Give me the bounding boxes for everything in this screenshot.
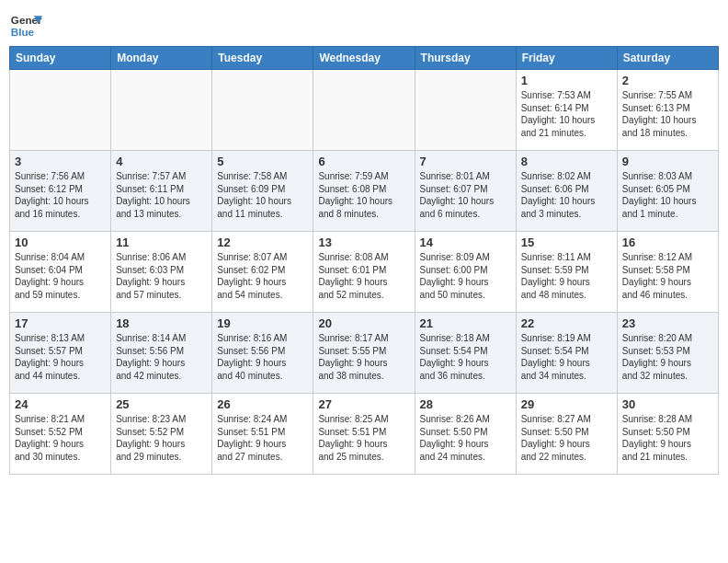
calendar-cell: 6Sunrise: 7:59 AM Sunset: 6:08 PM Daylig… [313,151,415,232]
day-info: Sunrise: 8:18 AM Sunset: 5:54 PM Dayligh… [420,332,511,382]
day-number: 12 [217,236,308,249]
day-number: 3 [15,155,106,168]
day-number: 2 [622,74,713,87]
day-number: 7 [420,155,511,168]
calendar-cell [111,70,212,151]
day-number: 8 [521,155,612,168]
calendar-cell: 5Sunrise: 7:58 AM Sunset: 6:09 PM Daylig… [212,151,313,232]
day-info: Sunrise: 8:11 AM Sunset: 5:59 PM Dayligh… [521,251,612,301]
day-info: Sunrise: 8:16 AM Sunset: 5:56 PM Dayligh… [217,332,308,382]
day-number: 29 [521,397,612,411]
day-info: Sunrise: 7:57 AM Sunset: 6:11 PM Dayligh… [116,170,207,220]
calendar-cell [415,70,516,151]
day-number: 16 [622,236,713,249]
day-number: 23 [622,316,713,330]
day-number: 14 [420,236,511,249]
day-number: 22 [521,316,612,330]
day-number: 19 [217,316,308,330]
calendar-cell [10,70,111,151]
day-number: 20 [318,316,409,330]
calendar-cell: 9Sunrise: 8:03 AM Sunset: 6:05 PM Daylig… [617,151,718,232]
calendar-cell: 26Sunrise: 8:24 AM Sunset: 5:51 PM Dayli… [212,394,313,475]
calendar-cell [212,70,313,151]
day-info: Sunrise: 7:53 AM Sunset: 6:14 PM Dayligh… [521,89,612,139]
calendar-cell: 20Sunrise: 8:17 AM Sunset: 5:55 PM Dayli… [313,313,415,394]
day-info: Sunrise: 8:02 AM Sunset: 6:06 PM Dayligh… [521,170,612,220]
weekday-header-tuesday: Tuesday [212,47,313,70]
weekday-header-thursday: Thursday [415,47,516,70]
day-number: 13 [318,236,409,249]
day-number: 26 [217,397,308,411]
calendar-header-row: SundayMondayTuesdayWednesdayThursdayFrid… [10,47,719,70]
day-info: Sunrise: 8:01 AM Sunset: 6:07 PM Dayligh… [420,170,511,220]
day-number: 28 [420,397,511,411]
day-info: Sunrise: 8:07 AM Sunset: 6:02 PM Dayligh… [217,251,308,301]
calendar-week-row: 17Sunrise: 8:13 AM Sunset: 5:57 PM Dayli… [10,313,719,394]
day-info: Sunrise: 8:17 AM Sunset: 5:55 PM Dayligh… [318,332,409,382]
day-info: Sunrise: 8:12 AM Sunset: 5:58 PM Dayligh… [622,251,713,301]
weekday-header-saturday: Saturday [617,47,718,70]
day-number: 1 [521,74,612,87]
calendar-cell: 19Sunrise: 8:16 AM Sunset: 5:56 PM Dayli… [212,313,313,394]
page-header: General Blue [9,9,719,42]
calendar-week-row: 3Sunrise: 7:56 AM Sunset: 6:12 PM Daylig… [10,151,719,232]
day-number: 5 [217,155,308,168]
day-info: Sunrise: 8:28 AM Sunset: 5:50 PM Dayligh… [622,413,713,463]
calendar-cell: 7Sunrise: 8:01 AM Sunset: 6:07 PM Daylig… [415,151,516,232]
day-info: Sunrise: 8:13 AM Sunset: 5:57 PM Dayligh… [15,332,106,382]
day-info: Sunrise: 8:19 AM Sunset: 5:54 PM Dayligh… [521,332,612,382]
logo-icon: General Blue [9,9,42,42]
calendar-week-row: 10Sunrise: 8:04 AM Sunset: 6:04 PM Dayli… [10,232,719,313]
day-info: Sunrise: 8:21 AM Sunset: 5:52 PM Dayligh… [15,413,106,463]
day-number: 18 [116,316,207,330]
day-number: 11 [116,236,207,249]
day-info: Sunrise: 8:26 AM Sunset: 5:50 PM Dayligh… [420,413,511,463]
day-number: 30 [622,397,713,411]
calendar-cell: 13Sunrise: 8:08 AM Sunset: 6:01 PM Dayli… [313,232,415,313]
calendar-cell: 16Sunrise: 8:12 AM Sunset: 5:58 PM Dayli… [617,232,718,313]
day-number: 21 [420,316,511,330]
calendar-cell: 12Sunrise: 8:07 AM Sunset: 6:02 PM Dayli… [212,232,313,313]
day-number: 17 [15,316,106,330]
calendar-cell: 23Sunrise: 8:20 AM Sunset: 5:53 PM Dayli… [617,313,718,394]
calendar-cell: 29Sunrise: 8:27 AM Sunset: 5:50 PM Dayli… [516,394,617,475]
day-info: Sunrise: 8:04 AM Sunset: 6:04 PM Dayligh… [15,251,106,301]
calendar-cell: 8Sunrise: 8:02 AM Sunset: 6:06 PM Daylig… [516,151,617,232]
day-info: Sunrise: 8:14 AM Sunset: 5:56 PM Dayligh… [116,332,207,382]
day-number: 24 [15,397,106,411]
day-number: 6 [318,155,409,168]
day-info: Sunrise: 7:59 AM Sunset: 6:08 PM Dayligh… [318,170,409,220]
day-info: Sunrise: 7:56 AM Sunset: 6:12 PM Dayligh… [15,170,106,220]
day-info: Sunrise: 8:09 AM Sunset: 6:00 PM Dayligh… [420,251,511,301]
day-number: 10 [15,236,106,249]
day-info: Sunrise: 8:03 AM Sunset: 6:05 PM Dayligh… [622,170,713,220]
calendar-cell: 21Sunrise: 8:18 AM Sunset: 5:54 PM Dayli… [415,313,516,394]
day-info: Sunrise: 7:55 AM Sunset: 6:13 PM Dayligh… [622,89,713,139]
day-info: Sunrise: 8:24 AM Sunset: 5:51 PM Dayligh… [217,413,308,463]
day-number: 27 [318,397,409,411]
calendar-cell: 18Sunrise: 8:14 AM Sunset: 5:56 PM Dayli… [111,313,212,394]
weekday-header-sunday: Sunday [10,47,111,70]
calendar-cell: 28Sunrise: 8:26 AM Sunset: 5:50 PM Dayli… [415,394,516,475]
calendar-table: SundayMondayTuesdayWednesdayThursdayFrid… [9,46,719,475]
day-number: 25 [116,397,207,411]
day-info: Sunrise: 8:06 AM Sunset: 6:03 PM Dayligh… [116,251,207,301]
day-info: Sunrise: 8:23 AM Sunset: 5:52 PM Dayligh… [116,413,207,463]
svg-text:Blue: Blue [11,26,35,38]
calendar-cell [313,70,415,151]
calendar-cell: 10Sunrise: 8:04 AM Sunset: 6:04 PM Dayli… [10,232,111,313]
calendar-cell: 30Sunrise: 8:28 AM Sunset: 5:50 PM Dayli… [617,394,718,475]
calendar-cell: 25Sunrise: 8:23 AM Sunset: 5:52 PM Dayli… [111,394,212,475]
calendar-cell: 22Sunrise: 8:19 AM Sunset: 5:54 PM Dayli… [516,313,617,394]
day-info: Sunrise: 8:25 AM Sunset: 5:51 PM Dayligh… [318,413,409,463]
weekday-header-wednesday: Wednesday [313,47,415,70]
day-number: 15 [521,236,612,249]
calendar-cell: 11Sunrise: 8:06 AM Sunset: 6:03 PM Dayli… [111,232,212,313]
weekday-header-monday: Monday [111,47,212,70]
calendar-week-row: 1Sunrise: 7:53 AM Sunset: 6:14 PM Daylig… [10,70,719,151]
day-info: Sunrise: 7:58 AM Sunset: 6:09 PM Dayligh… [217,170,308,220]
calendar-cell: 1Sunrise: 7:53 AM Sunset: 6:14 PM Daylig… [516,70,617,151]
day-number: 4 [116,155,207,168]
logo: General Blue [9,9,42,42]
weekday-header-friday: Friday [516,47,617,70]
